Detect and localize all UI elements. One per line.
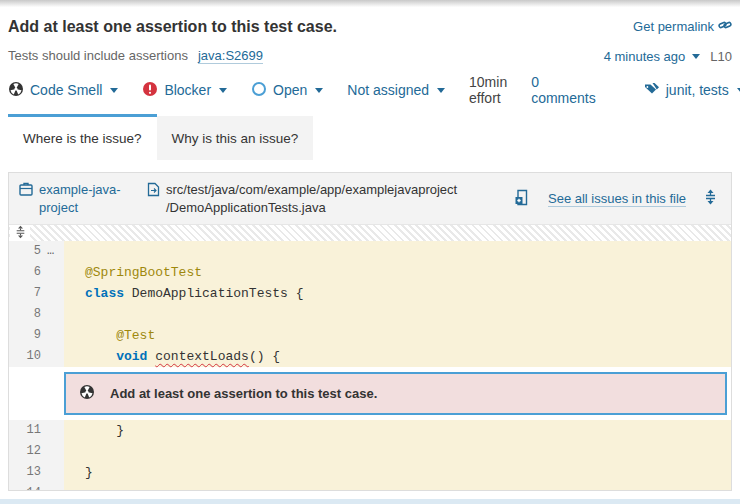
code-content	[64, 241, 731, 262]
line-number[interactable]: 13	[9, 462, 47, 483]
file-header: example-java-project src/test/java/com/e…	[9, 173, 731, 225]
project-icon	[19, 181, 33, 216]
code-content: class DemoApplicationTests {	[64, 283, 731, 304]
code-content: void contextLoads() {	[64, 346, 731, 367]
code-line-5: 5…	[9, 241, 731, 262]
file-icon	[147, 181, 160, 216]
line-ref: L10	[710, 49, 732, 64]
gutter-spacer	[47, 346, 64, 367]
line-number[interactable]: 7	[9, 283, 47, 304]
gutter-spacer	[47, 325, 64, 346]
issue-header: Add at least one assertion to this test …	[0, 8, 740, 100]
expand-lines-icon	[704, 189, 717, 208]
file-path: src/test/java/com/example/app/examplejav…	[147, 181, 457, 216]
gutter-spacer	[47, 283, 64, 304]
gutter-spacer	[47, 441, 64, 462]
code-line-8: 8	[9, 304, 731, 325]
code-line-10: 10 void contextLoads() {	[9, 346, 731, 367]
chevron-down-icon	[110, 88, 118, 93]
open-circle-icon	[251, 81, 267, 100]
file-path-line2: /DemoApplicationTests.java	[166, 200, 326, 215]
code-line-14: 14	[9, 483, 731, 491]
code-line-7: 7class DemoApplicationTests {	[9, 283, 731, 304]
tags-icon	[644, 81, 660, 100]
code-viewer: 5…6@SpringBootTest7class DemoApplication…	[9, 241, 731, 491]
tags-dropdown[interactable]: junit, tests	[644, 81, 740, 100]
line-number[interactable]: 10	[9, 346, 47, 367]
code-content: @Test	[64, 325, 731, 346]
chevron-down-icon	[219, 88, 227, 93]
code-lines-after: 11 }1213}14	[9, 420, 731, 491]
issue-toolbar: Code Smell Blocker	[8, 80, 732, 100]
blocker-icon	[142, 81, 158, 100]
assignee-dropdown[interactable]: Not assigned	[347, 82, 445, 98]
comments-link[interactable]: 0 comments	[531, 74, 596, 106]
code-smell-icon	[79, 384, 95, 403]
code-line-6: 6@SpringBootTest	[9, 262, 731, 283]
line-number[interactable]: 5	[9, 241, 47, 262]
code-content: @SpringBootTest	[64, 262, 731, 283]
link-icon	[718, 18, 732, 35]
code-content	[64, 304, 731, 325]
issue-type-dropdown[interactable]: Code Smell	[8, 81, 118, 100]
code-smell-icon	[8, 81, 24, 100]
expand-lines-icon	[15, 225, 26, 242]
gutter-spacer	[47, 483, 64, 491]
issue-page: Add at least one assertion to this test …	[0, 0, 740, 504]
code-line-13: 13}	[9, 462, 731, 483]
page-title: Add at least one assertion to this test …	[8, 18, 337, 36]
line-number[interactable]: 8	[9, 304, 47, 325]
inline-issue-box[interactable]: Add at least one assertion to this test …	[64, 372, 727, 415]
code-panel: example-java-project src/test/java/com/e…	[8, 172, 732, 491]
issue-tabs: Where is the issue? Why is this an issue…	[8, 114, 732, 160]
code-content: }	[64, 420, 731, 441]
chevron-down-icon	[315, 88, 323, 93]
rule-key-link[interactable]: java:S2699	[198, 48, 263, 64]
bottom-strip	[0, 499, 740, 504]
gutter-spacer	[47, 420, 64, 441]
issue-message: Add at least one assertion to this test …	[110, 386, 377, 401]
effort-label: 10min effort	[469, 74, 507, 106]
status-dropdown[interactable]: Open	[251, 81, 323, 100]
code-line-11: 11 }	[9, 420, 731, 441]
get-permalink-link[interactable]: Get permalink	[633, 18, 732, 35]
changelog-dropdown[interactable]: 4 minutes ago	[604, 49, 701, 64]
line-number[interactable]: 6	[9, 262, 47, 283]
pin-file-icon	[514, 189, 530, 209]
line-number[interactable]: 11	[9, 420, 47, 441]
code-line-12: 12	[9, 441, 731, 462]
gutter-spacer	[47, 304, 64, 325]
pin-file-button[interactable]	[514, 189, 530, 209]
gutter-spacer	[47, 462, 64, 483]
chevron-down-icon	[437, 88, 445, 93]
rule-description: Tests should include assertions	[8, 48, 188, 63]
line-number[interactable]: 9	[9, 325, 47, 346]
code-line-9: 9 @Test	[9, 325, 731, 346]
top-fade	[0, 0, 740, 8]
issue-row: Add at least one assertion to this test …	[9, 367, 731, 420]
collapsed-lines-ellipsis[interactable]: …	[47, 241, 64, 262]
tab-where-is-the-issue[interactable]: Where is the issue?	[8, 114, 157, 160]
expand-block-above[interactable]	[9, 225, 731, 241]
expand-lines-button-gutter[interactable]	[10, 225, 30, 241]
see-all-issues-link[interactable]: See all issues in this file	[548, 191, 686, 207]
expand-lines-button[interactable]	[704, 189, 717, 208]
severity-dropdown[interactable]: Blocker	[142, 81, 227, 100]
line-number[interactable]: 14	[9, 483, 47, 491]
code-content	[64, 441, 731, 462]
code-lines-before: 5…6@SpringBootTest7class DemoApplication…	[9, 241, 731, 367]
code-content	[64, 483, 731, 491]
tab-why-is-this-an-issue[interactable]: Why is this an issue?	[157, 116, 314, 160]
gutter-spacer	[47, 262, 64, 283]
project-link[interactable]: example-java-project	[19, 181, 137, 216]
code-content: }	[64, 462, 731, 483]
line-number[interactable]: 12	[9, 441, 47, 462]
chevron-down-icon	[692, 54, 700, 59]
file-path-line1: src/test/java/com/example/app/examplejav…	[166, 182, 457, 197]
